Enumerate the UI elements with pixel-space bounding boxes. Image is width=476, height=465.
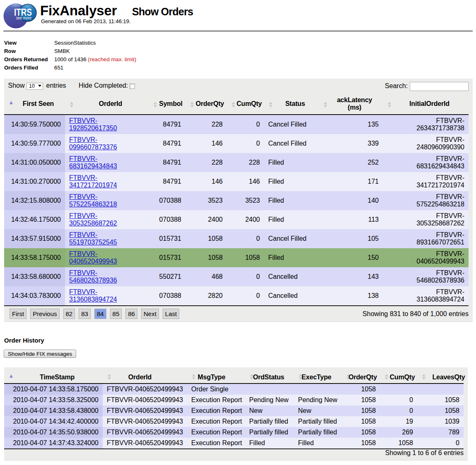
show-hide-fix-messages-button[interactable]: Show/Hide FIX messages bbox=[4, 350, 76, 358]
history-row: 2010-04-07 14:33:58.175000FTBVVR-0406520… bbox=[4, 384, 464, 395]
pagination-first-button[interactable]: First bbox=[10, 309, 26, 319]
search-input[interactable] bbox=[410, 82, 469, 91]
cell-initial_order_id: FTBVVR-2480960990390 bbox=[383, 134, 469, 153]
orders-col-header-order_id[interactable]: OrderId bbox=[65, 95, 149, 115]
summary-warning: (reached max. limit) bbox=[88, 56, 136, 62]
orders-col-header-status[interactable]: Status bbox=[264, 95, 319, 115]
itrs-logo: ITRS see more bbox=[3, 3, 41, 30]
cell-first_seen: 14:33:57.915000 bbox=[4, 229, 65, 248]
summary-row-orders-returned: Orders Returned1000 of 1436 (reached max… bbox=[4, 55, 473, 64]
orders-col-header-order_qty[interactable]: OrderQty bbox=[185, 95, 227, 115]
cell-first_seen: 14:31:00.050000 bbox=[4, 153, 65, 172]
pagination-page-button-active[interactable]: 84 bbox=[94, 309, 106, 319]
cell-exec_type: New bbox=[294, 405, 341, 416]
pagination-page-button[interactable]: 82 bbox=[63, 309, 75, 319]
summary-row-orders-filled: Orders Filled651 bbox=[4, 64, 473, 72]
column-label: Symbol bbox=[159, 100, 183, 107]
cell-order_qty: 1058 bbox=[341, 395, 380, 405]
cell-ack_latency: 105 bbox=[319, 229, 383, 248]
sort-both-icon bbox=[192, 374, 196, 380]
cell-order_id: FTBVVR-0406520499943 bbox=[103, 438, 187, 449]
pagination-page-button[interactable]: 85 bbox=[110, 309, 122, 319]
cell-order_id: FTBVVR-3053258687262 bbox=[65, 210, 149, 229]
orders-col-header-ack_latency[interactable]: ackLatency(ms) bbox=[319, 95, 383, 115]
cell-symbol: 550271 bbox=[149, 267, 185, 286]
order-id-link[interactable]: FTBVVR-5468026378936 bbox=[69, 269, 119, 284]
initial-order-id-text: FTBVVR-0406520499943 bbox=[415, 250, 464, 265]
history-col-header-order_qty[interactable]: OrderQty bbox=[341, 372, 380, 384]
cell-order_qty: 2820 bbox=[185, 286, 227, 306]
cell-status: Cancel Filled bbox=[264, 229, 319, 248]
history-col-header-leaves_qty[interactable]: LeavesQty bbox=[417, 372, 464, 384]
cell-symbol: 070388 bbox=[149, 286, 185, 306]
history-col-header-cum_qty[interactable]: CumQty bbox=[380, 372, 417, 384]
history-row: 2010-04-07 14:33:58.325000FTBVVR-0406520… bbox=[4, 395, 464, 405]
history-row: 2010-04-07 14:37:43.324000FTBVVR-0406520… bbox=[4, 438, 464, 449]
sort-both-icon bbox=[422, 374, 426, 380]
orders-col-header-cum_qty[interactable]: CumQty bbox=[227, 95, 264, 115]
pagination-page-button[interactable]: 86 bbox=[125, 309, 137, 319]
cell-ack_latency: 140 bbox=[319, 191, 383, 210]
cell-leaves_qty: 789 bbox=[417, 427, 464, 438]
sort-both-icon bbox=[269, 102, 273, 108]
orders-col-header-symbol[interactable]: Symbol bbox=[149, 95, 185, 115]
pagination: FirstPrevious8283848586NextLast bbox=[10, 309, 183, 319]
orders-col-header-first_seen[interactable]: First Seen bbox=[4, 95, 65, 115]
order-id-link[interactable]: FTBVVR-0996607873376 bbox=[69, 136, 119, 151]
pagination-last-button[interactable]: Last bbox=[163, 309, 179, 319]
summary-value: 651 bbox=[54, 65, 63, 71]
sort-both-icon bbox=[70, 102, 74, 108]
cell-order_qty: 1058 bbox=[341, 384, 380, 395]
orders-row: 14:31:00.050000FTBVVR-683162943484384791… bbox=[4, 153, 469, 172]
history-col-header-ord_status[interactable]: OrdStatus bbox=[245, 372, 294, 384]
page-length-select[interactable]: 10 bbox=[26, 83, 43, 90]
cell-order_qty: 1058 bbox=[185, 229, 227, 248]
pagination-next-button[interactable]: Next bbox=[141, 309, 159, 319]
order-id-link[interactable]: FTBVVR-3417217201974 bbox=[69, 174, 119, 189]
hide-completed-checkbox[interactable] bbox=[130, 84, 135, 89]
summary-value: 1000 of 1436 bbox=[54, 56, 88, 62]
history-col-header-timestamp[interactable]: TimeStamp bbox=[4, 372, 103, 384]
column-label: OrderId bbox=[99, 100, 122, 107]
order-id-link[interactable]: FTBVVR-0406520499943 bbox=[69, 250, 119, 265]
sort-both-icon bbox=[190, 102, 194, 108]
cell-order_qty: 1058 bbox=[341, 438, 380, 449]
pagination-page-button[interactable]: 83 bbox=[79, 309, 91, 319]
initial-order-id-text: FTBVVR-2480960990390 bbox=[415, 136, 464, 151]
cell-initial_order_id: FTBVVR-8931667072651 bbox=[383, 229, 469, 248]
cell-ord_status: Partially filled bbox=[245, 416, 294, 427]
pagination-previous-button[interactable]: Previous bbox=[30, 309, 59, 319]
orders-row: 14:31:00.270000FTBVVR-341721720197484791… bbox=[4, 172, 469, 191]
order-id-link[interactable]: FTBVVR-5752254863218 bbox=[69, 193, 119, 208]
cell-timestamp: 2010-04-07 14:33:58.175000 bbox=[4, 384, 103, 395]
orders-col-header-initial_order_id[interactable]: InitialOrderId bbox=[383, 95, 469, 115]
entries-label: entries bbox=[46, 82, 66, 89]
cell-initial_order_id: FTBVVR-3417217201974 bbox=[383, 172, 469, 191]
order-id-link[interactable]: FTBVVR-1928520617350 bbox=[69, 117, 119, 132]
cell-exec_type: Partially filled bbox=[294, 427, 341, 438]
cell-order_qty: 1058 bbox=[341, 405, 380, 416]
cell-status: Filled bbox=[264, 191, 319, 210]
history-col-header-order_id[interactable]: OrderId bbox=[103, 372, 187, 384]
orders-row-selected: 14:33:58.175000FTBVVR-040652049994301573… bbox=[4, 248, 469, 267]
order-id-link[interactable]: FTBVVR-5519703752545 bbox=[69, 231, 119, 246]
cell-order_id: FTBVVR-0406520499943 bbox=[103, 384, 187, 395]
order-id-link[interactable]: FTBVVR-3053258687262 bbox=[69, 212, 119, 227]
history-col-header-exec_type[interactable]: ExecType bbox=[294, 372, 341, 384]
cell-cum_qty: 3523 bbox=[227, 191, 264, 210]
cell-cum_qty: 228 bbox=[227, 153, 264, 172]
order-id-link[interactable]: FTBVVR-6831629434843 bbox=[69, 155, 119, 170]
cell-status: Cancel Filled bbox=[264, 134, 319, 153]
order-history-table-header: TimeStampOrderIdMsgTypeOrdStatusExecType… bbox=[4, 372, 464, 384]
order-id-link[interactable]: FTBVVR-3136083894724 bbox=[69, 288, 119, 303]
cell-status: Filled bbox=[264, 153, 319, 172]
column-label: OrderQty bbox=[349, 374, 377, 381]
search-label: Search: bbox=[385, 82, 408, 89]
generated-timestamp: Generated on 06 Feb 2013, 11:46:19. bbox=[41, 18, 131, 24]
cell-ord_status: New bbox=[245, 405, 294, 416]
initial-order-id-text: FTBVVR-3417217201974 bbox=[415, 174, 464, 189]
cell-order_id: FTBVVR-5468026378936 bbox=[65, 267, 149, 286]
sort-both-icon bbox=[108, 374, 111, 380]
history-col-header-msg_type[interactable]: MsgType bbox=[187, 372, 245, 384]
history-row: 2010-04-07 14:33:58.438000FTBVVR-0406520… bbox=[4, 405, 464, 416]
